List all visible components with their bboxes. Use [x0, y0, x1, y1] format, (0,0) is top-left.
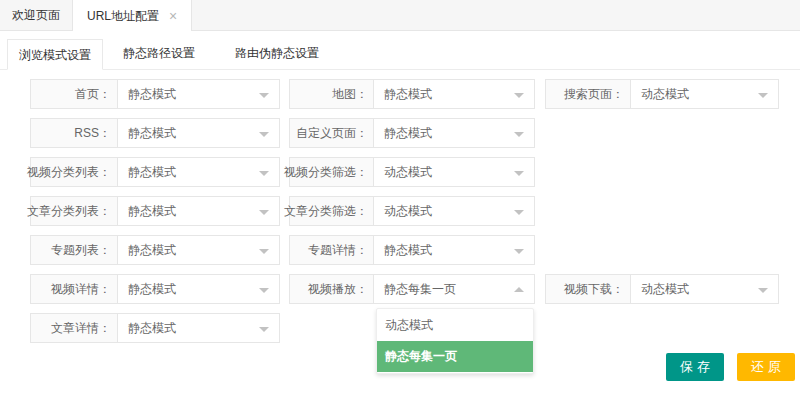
- select-video-detail[interactable]: 静态模式: [117, 274, 280, 304]
- select-value: 静态模式: [384, 125, 432, 142]
- dropdown-panel: 动态模式 静态每集一页: [376, 308, 534, 374]
- chevron-down-icon: [259, 249, 269, 254]
- field-article-category-filter: 文章分类筛选： 动态模式: [289, 196, 535, 226]
- field-label: 地图：: [289, 79, 374, 109]
- chevron-down-icon: [259, 210, 269, 215]
- sub-tabbar: 浏览模式设置 静态路径设置 路由伪静态设置: [0, 31, 800, 70]
- select-value: 动态模式: [641, 281, 689, 298]
- field-video-download: 视频下载： 动态模式: [545, 274, 779, 304]
- form-actions: 保存 还原: [666, 353, 795, 381]
- select-value: 静态模式: [128, 86, 176, 103]
- subtab-static-path-settings[interactable]: 静态路径设置: [103, 38, 215, 69]
- tab-label: URL地址配置: [87, 1, 159, 31]
- field-video-detail: 视频详情： 静态模式: [30, 274, 280, 304]
- field-video-category-filter: 视频分类筛选： 动态模式: [289, 157, 535, 187]
- chevron-down-icon: [259, 288, 269, 293]
- chevron-down-icon: [259, 132, 269, 137]
- select-value: 静态模式: [128, 203, 176, 220]
- field-label: 文章分类列表：: [30, 196, 118, 226]
- field-label: 首页：: [30, 79, 118, 109]
- select-value: 静态模式: [128, 164, 176, 181]
- dropdown-option-dynamic-mode[interactable]: 动态模式: [377, 310, 533, 341]
- field-label: 搜索页面：: [545, 79, 631, 109]
- field-label: 视频详情：: [30, 274, 118, 304]
- select-value: 静态模式: [128, 281, 176, 298]
- form-row: 视频详情： 静态模式 视频播放： 静态每集一页 动态模式 静态每集一页 视频下载…: [0, 274, 800, 304]
- field-sitemap: 地图： 静态模式: [289, 79, 535, 109]
- field-label: 视频播放：: [289, 274, 374, 304]
- select-topic-detail[interactable]: 静态模式: [373, 235, 535, 265]
- select-video-category-filter[interactable]: 动态模式: [373, 157, 535, 187]
- field-label: 视频分类筛选：: [289, 157, 374, 187]
- dropdown-option-static-per-episode[interactable]: 静态每集一页: [377, 341, 533, 372]
- select-value: 静态模式: [128, 320, 176, 337]
- chevron-down-icon: [514, 210, 524, 215]
- field-topic-detail: 专题详情： 静态模式: [289, 235, 535, 265]
- window-tabbar: 欢迎页面 URL地址配置 ×: [0, 0, 800, 31]
- form-row: 文章分类列表： 静态模式 文章分类筛选： 动态模式: [0, 196, 800, 226]
- select-video-category-list[interactable]: 静态模式: [117, 157, 280, 187]
- field-topic-list: 专题列表： 静态模式: [30, 235, 280, 265]
- chevron-down-icon: [514, 93, 524, 98]
- form-row: 视频分类列表： 静态模式 视频分类筛选： 动态模式: [0, 157, 800, 187]
- field-label: 文章详情：: [30, 313, 118, 343]
- save-button[interactable]: 保存: [666, 353, 724, 381]
- select-value: 静态每集一页: [384, 281, 456, 298]
- select-homepage[interactable]: 静态模式: [117, 79, 280, 109]
- select-value: 静态模式: [128, 242, 176, 259]
- field-label: 自定义页面：: [289, 118, 374, 148]
- field-label: 专题详情：: [289, 235, 374, 265]
- chevron-down-icon: [758, 288, 768, 293]
- tab-label: 欢迎页面: [12, 0, 60, 30]
- chevron-down-icon: [514, 132, 524, 137]
- subtab-route-pseudo-static-settings[interactable]: 路由伪静态设置: [215, 38, 339, 69]
- select-video-download[interactable]: 动态模式: [630, 274, 779, 304]
- select-article-detail[interactable]: 静态模式: [117, 313, 280, 343]
- url-mode-form: 首页： 静态模式 地图： 静态模式 搜索页面： 动态模式 RSS： 静态模: [0, 70, 800, 343]
- field-search-page: 搜索页面： 动态模式: [545, 79, 779, 109]
- field-homepage: 首页： 静态模式: [30, 79, 280, 109]
- select-custom-page[interactable]: 静态模式: [373, 118, 535, 148]
- field-custom-page: 自定义页面： 静态模式: [289, 118, 535, 148]
- close-icon[interactable]: ×: [169, 9, 177, 23]
- chevron-down-icon: [259, 327, 269, 332]
- field-label: 专题列表：: [30, 235, 118, 265]
- tab-welcome-page[interactable]: 欢迎页面: [0, 0, 72, 30]
- select-value: 动态模式: [384, 203, 432, 220]
- field-video-play: 视频播放： 静态每集一页 动态模式 静态每集一页: [289, 274, 535, 304]
- field-label: 视频下载：: [545, 274, 631, 304]
- select-rss[interactable]: 静态模式: [117, 118, 280, 148]
- field-label: RSS：: [30, 118, 118, 148]
- chevron-down-icon: [259, 171, 269, 176]
- field-article-category-list: 文章分类列表： 静态模式: [30, 196, 280, 226]
- select-value: 静态模式: [384, 242, 432, 259]
- chevron-down-icon: [259, 93, 269, 98]
- subtab-browse-mode-settings[interactable]: 浏览模式设置: [7, 39, 103, 70]
- select-value: 动态模式: [384, 164, 432, 181]
- chevron-down-icon: [514, 171, 524, 176]
- select-value: 静态模式: [384, 86, 432, 103]
- restore-button[interactable]: 还原: [737, 353, 795, 381]
- chevron-up-icon: [514, 287, 524, 292]
- select-article-category-list[interactable]: 静态模式: [117, 196, 280, 226]
- select-value: 动态模式: [641, 86, 689, 103]
- field-article-detail: 文章详情： 静态模式: [30, 313, 280, 343]
- tab-url-config[interactable]: URL地址配置 ×: [72, 0, 192, 31]
- select-sitemap[interactable]: 静态模式: [373, 79, 535, 109]
- form-row: 首页： 静态模式 地图： 静态模式 搜索页面： 动态模式: [0, 79, 800, 109]
- field-rss: RSS： 静态模式: [30, 118, 280, 148]
- select-article-category-filter[interactable]: 动态模式: [373, 196, 535, 226]
- select-search-page[interactable]: 动态模式: [630, 79, 779, 109]
- field-label: 视频分类列表：: [30, 157, 118, 187]
- select-topic-list[interactable]: 静态模式: [117, 235, 280, 265]
- chevron-down-icon: [758, 93, 768, 98]
- form-row: RSS： 静态模式 自定义页面： 静态模式: [0, 118, 800, 148]
- chevron-down-icon: [514, 249, 524, 254]
- form-row: 专题列表： 静态模式 专题详情： 静态模式: [0, 235, 800, 265]
- field-video-category-list: 视频分类列表： 静态模式: [30, 157, 280, 187]
- select-value: 静态模式: [128, 125, 176, 142]
- select-video-play[interactable]: 静态每集一页 动态模式 静态每集一页: [373, 274, 535, 304]
- field-label: 文章分类筛选：: [289, 196, 374, 226]
